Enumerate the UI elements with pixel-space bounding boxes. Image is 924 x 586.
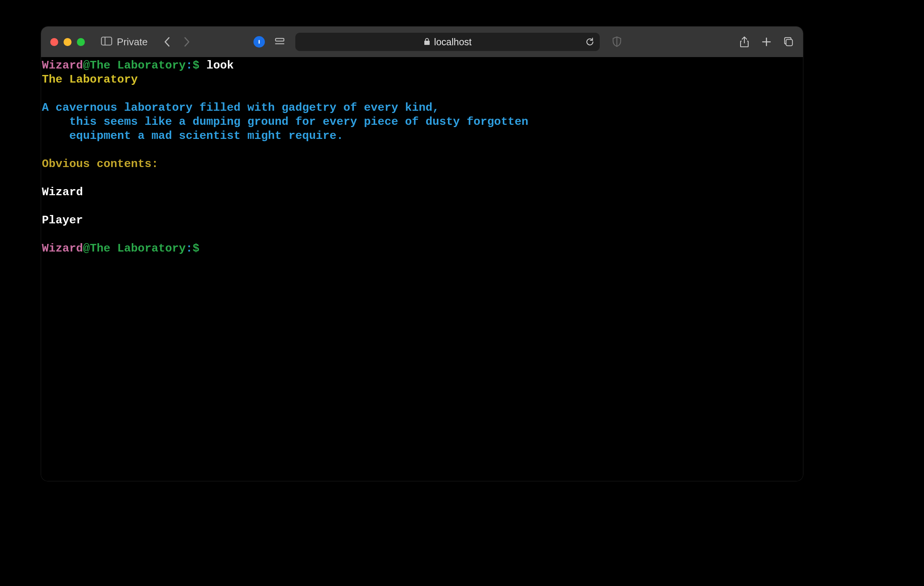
blank-line <box>42 228 49 241</box>
blank-line <box>42 200 49 213</box>
room-desc-line: A cavernous laboratory filled with gadge… <box>42 101 439 114</box>
close-window-button[interactable] <box>50 38 58 46</box>
terminal-output[interactable]: Wizard@The Laboratory:$ look The Laborat… <box>41 59 803 256</box>
sidebar-toggle[interactable]: Private <box>101 36 148 48</box>
website-settings-icon[interactable] <box>274 38 285 46</box>
tab-overview-button[interactable] <box>783 36 794 48</box>
blank-line <box>42 172 49 185</box>
forward-button[interactable] <box>179 34 194 50</box>
svg-rect-3 <box>258 40 259 44</box>
obvious-contents-label: Obvious contents: <box>42 158 158 170</box>
prompt-at: @ <box>83 59 90 72</box>
private-mode-label: Private <box>117 36 148 48</box>
share-button[interactable] <box>739 36 750 48</box>
blank-line <box>42 144 49 157</box>
page-content: Wizard@The Laboratory:$ look The Laborat… <box>41 57 803 481</box>
prompt-user: Wizard <box>42 242 83 255</box>
toolbar-right <box>739 36 794 48</box>
svg-rect-4 <box>276 38 284 41</box>
new-tab-button[interactable] <box>761 36 772 48</box>
browser-window: Private localhost <box>41 26 803 481</box>
svg-rect-0 <box>102 37 112 45</box>
room-title: The Laboratory <box>42 73 138 86</box>
prompt-location: The Laboratory <box>90 242 186 255</box>
room-desc-line: this seems like a dumping ground for eve… <box>42 115 528 128</box>
one-password-icon[interactable] <box>254 36 265 48</box>
contents-item: Player <box>42 214 83 227</box>
address-text: localhost <box>434 36 472 48</box>
sidebar-icon <box>101 36 112 47</box>
svg-rect-9 <box>786 39 792 46</box>
address-bar-center: localhost <box>424 36 472 48</box>
prompt-colon: : <box>186 242 193 255</box>
browser-toolbar: Private localhost <box>41 26 803 57</box>
contents-item: Wizard <box>42 186 83 199</box>
lock-icon <box>424 36 431 48</box>
room-desc-line: equipment a mad scientist might require. <box>42 129 343 142</box>
address-bar[interactable]: localhost <box>295 33 600 51</box>
fullscreen-window-button[interactable] <box>77 38 85 46</box>
back-button[interactable] <box>160 34 175 50</box>
prompt-dollar: $ <box>193 242 200 255</box>
privacy-report-icon[interactable] <box>612 36 622 48</box>
window-controls <box>50 38 85 46</box>
prompt-colon: : <box>186 59 193 72</box>
prompt-at: @ <box>83 242 90 255</box>
command-text: look <box>200 59 234 72</box>
prompt-location: The Laboratory <box>90 59 186 72</box>
minimize-window-button[interactable] <box>64 38 71 46</box>
nav-arrows <box>160 34 194 50</box>
reload-button[interactable] <box>585 37 594 46</box>
prompt-dollar: $ <box>193 59 200 72</box>
prompt-user: Wizard <box>42 59 83 72</box>
blank-line <box>42 87 49 100</box>
